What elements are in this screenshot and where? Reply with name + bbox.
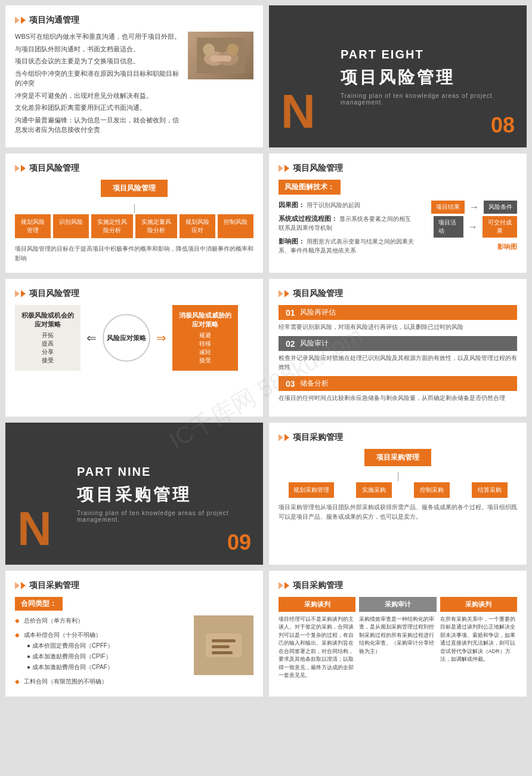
risk-sub-3: 实施定性风险分析 [91,214,133,238]
arrow-deco-6 [279,290,289,297]
risk-num-item-2: 02 风险审计 检查并记录风险应对措施在处理已识别风险及其根源方面的有效性，以及… [279,336,517,371]
diagram-text-1: 用于识别风险的起因 [307,202,360,208]
risk-sub-2: 识别风险 [53,214,89,238]
strategy-positive-title: 积极风险或机会的应对策略 [21,311,75,329]
review-col-2: 采购审计 采购绩效审查是一种结构化的审查，是从规划采购管理过程到控制采购过程的所… [359,597,436,680]
strategy-positive: 积极风险或机会的应对策略 开拓 提高 分享 接受 [15,305,81,371]
bullet-1: ◆ [15,617,20,624]
flow-box-deliverable: 可交付成果 [482,216,517,238]
svg-rect-10 [212,651,233,654]
svg-rect-8 [212,639,236,642]
risk-num-text-3: 在项目的任何时间点比较剩余应急储备与剩余风险量，从而确定剩余储备是否仍然合理 [279,393,517,402]
arrow-deco-8 [279,434,289,441]
risk-sub-1: 规划风险管理 [15,214,51,238]
purchase-review-card: 项目采购管理 采购谈判 项目经理可以不是采购谈判的主谈人。对于签定的采购，合同谈… [268,570,527,697]
diagram-label-2: 系统或过程流程图： [279,215,338,222]
svg-point-5 [227,44,239,56]
risk-num-text-2: 检查并记录风险应对措施在处理已识别风险及其根源方面的有效性，以及风险管理过程的有… [279,353,517,371]
diagram-item-1: 因果图： 用于识别风险的起因 [279,201,416,210]
risk-sub-6: 控制风险 [218,214,253,238]
strategy-negative-items: 规避 转移 减轻 接受 [178,331,232,365]
comm-title: 项目沟通管理 [15,15,253,26]
review-col-1: 采购谈判 项目经理可以不是采购谈判的主谈人。对于签定的采购，合同谈判可以是一个复… [279,597,355,680]
diagram-label-3: 影响图： [279,238,305,245]
contract-image [194,615,253,675]
purchase-details-title: 项目采购管理 [15,580,253,591]
strategy-circle: 风险应对策略 [103,314,150,362]
purchase-flow-main: 项目采购管理 [279,449,517,466]
review-columns: 采购谈判 项目经理可以不是采购谈判的主谈人。对于签定的采购，合同谈判可以是一个复… [279,597,517,680]
risk-number: 08 [491,113,515,138]
risk-flow-card: 项目风险管理 项目风险管理 规划风险管理 识别风险 实施定性风险分析 实施定量风… [5,153,264,273]
purchase-details-card: 项目采购管理 合同类型： ◆ 总价合同（单方有利） ◆ 成本补偿合同（十分不明确… [5,570,264,697]
arrow-deco-5 [15,290,26,297]
contract-type-1: 总价合同（单方有利） [24,617,83,624]
purchase-flow-desc: 项目采购管理包从项目团队外部采购或获得所需产品、服务或成果的各个过程。项目组织既… [279,503,517,522]
flow-box-result: 项目结果 [431,201,465,214]
pf-sub-2: 实施采购 [356,482,392,498]
purchase-flow-title: 项目采购管理 [279,432,517,443]
risk-numbered-card: 项目风险管理 01 风险再评估 经常需要识别新风险，对现有风险进行再评估，以及删… [268,278,527,417]
svg-rect-3 [210,56,231,61]
comm-point-3: 项目状态会议的主要是为了交换项目信息。 [15,56,182,66]
contract-content: ◆ 总价合同（单方有利） ◆ 成本补偿合同（十分不明确） ● 成本价固定费用合同… [15,615,253,687]
pf-sub-3: 控制采购 [414,482,450,498]
risk-num-title-3: 储备分析 [300,378,329,389]
comm-point-2: 与项目团队外部沟通时，书面文档最适合。 [15,44,182,54]
risk-diagram-title: 项目风险管理 [279,163,517,174]
diagram-item-2: 系统或过程流程图： 显示系统各要素之间的相互联系及因果传导机制 [279,214,416,232]
comm-point-4: 当今组织中冲突的主要和潜在原因为项目目标和职能目标的冲突 [15,69,182,88]
comm-point-5: 冲突是不可避免的，出现对意见分歧解决有益。 [15,91,182,101]
risk-flow-sub-boxes: 规划风险管理 识别风险 实施定性风险分析 实施定量风险分析 规划风险应对 控制风… [15,214,253,238]
n-letter: N [281,88,316,136]
diagram-label-1: 因果图： [279,201,305,208]
risk-num-item-1: 01 风险再评估 经常需要识别新风险，对现有风险进行再评估，以及删除已过时的风险 [279,305,517,331]
purchase-flow-card: 项目采购管理 项目采购管理 规划采购管理 实施采购 控制采购 结算采购 项目采购… [268,422,527,565]
risk-strategy-card: 项目风险管理 积极风险或机会的应对策略 开拓 提高 分享 接受 ⇐ 风险应对策略… [5,278,264,417]
strategy-negative-title: 消极风险或威胁的应对策略 [178,311,232,329]
arrow-decoration [15,17,26,24]
contract-type-2: 成本补偿合同（十分不明确） [24,632,101,638]
risk-sub-5: 规划风险应对 [180,214,215,238]
risk-num-header-3: 03 储备分析 [279,376,517,391]
comm-content: WBS可在组织内做水平和垂直沟通，也可用于项目外部。 与项目团队外部沟通时，书面… [15,32,253,137]
bullet-3: ◆ [15,678,20,685]
purchase-main-title: 项目采购管理 [77,484,251,506]
review-text-2: 采购绩效审查是一种结构化的审查，是从规划采购管理过程到控制采购过程的所有采购过程… [359,615,436,656]
risk-part-label: PART EIGHT [341,48,515,61]
pf-sub-4: 结算采购 [472,482,508,498]
flow-box-activity: 项目活动 [434,216,463,238]
strategy-negative: 消极风险或威胁的应对策略 规避 转移 减轻 接受 [172,305,238,371]
risk-subtitle: Training plan of ten knowledge areas of … [341,93,515,106]
review-header-3: 采购谈判 [440,597,517,612]
pf-sub-1: 规划采购管理 [289,482,334,498]
review-header-2: 采购审计 [359,597,436,612]
risk-num-label-1: 01 [286,308,295,318]
comm-card: 项目沟通管理 WBS可在组织内做水平和垂直沟通，也可用于项目外部。 与项目团队外… [5,5,264,148]
arrow-left-icon: ⇐ [86,331,97,345]
review-text-1: 项目经理可以不是采购谈判的主谈人。对于签定的采购，合同谈判可以是一个复杂的过程，… [279,615,355,680]
review-header-1: 采购谈判 [279,597,355,612]
contract-tag: 合同类型： [15,597,63,611]
bullet-2: ◆ [15,632,20,638]
comm-point-6: 文化差异和团队距离需要用到正式书面沟通。 [15,103,182,113]
contract-type-3: 工料合同（有限范围的不明确） [24,678,107,685]
review-col-3: 采购谈判 在所有采购关系中，一个重要的目标是通过谈判到公正地解决全部未决事项、索… [440,597,517,680]
arrow-deco-3 [15,165,26,172]
contract-left: ◆ 总价合同（单方有利） ◆ 成本补偿合同（十分不明确） ● 成本价固定费用合同… [15,615,188,687]
risk-num-header-1: 01 风险再评估 [279,305,517,320]
risk-diagram-tag: 风险图解技术： [279,180,341,195]
risk-strategy-title: 项目风险管理 [15,288,253,299]
comm-text-list: WBS可在组织内做水平和垂直沟通，也可用于项目外部。 与项目团队外部沟通时，书面… [15,32,182,137]
diagram-item-3: 影响图： 用图形方式表示变量与结果之间的因果关系、事件件顺序及其他依关系 [279,237,416,255]
risk-num-title-1: 风险再评估 [300,307,336,318]
risk-flow-desc: 项目风险管理的目标在于提高项目中积极事件的概率和影响，降低项目中消极事件的概率和… [15,244,253,263]
risk-main-title: 项目风险管理 [341,66,515,89]
purchase-subtitle: Training plan of ten knowledge areas of … [77,510,251,523]
risk-sub-4: 实施定量风险分析 [135,214,177,238]
risk-num-title-2: 风险审计 [300,338,329,349]
purchase-part-label: PART NINE [77,465,251,479]
strategy-container: 积极风险或机会的应对策略 开拓 提高 分享 接受 ⇐ 风险应对策略 ⇒ 消极风险… [15,305,253,371]
risk-num-text-1: 经常需要识别新风险，对现有风险进行再评估，以及删除已过时的风险 [279,322,517,331]
svg-rect-9 [212,645,230,648]
